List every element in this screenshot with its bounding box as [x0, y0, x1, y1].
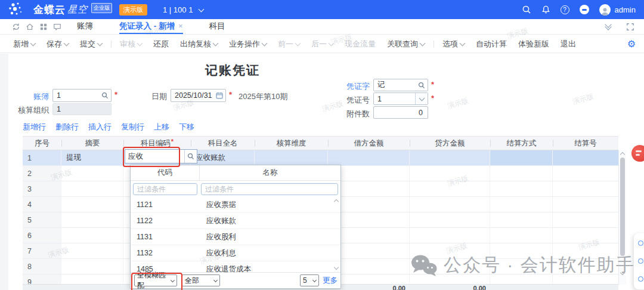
page-size-select[interactable]: 5	[300, 274, 319, 286]
toolbar-business-ops-button[interactable]: 业务操作	[229, 39, 267, 50]
toolbar-audit-button[interactable]: 审核	[120, 39, 142, 50]
toolbar-auto-calc-button[interactable]: 自动计算	[476, 39, 507, 50]
row-settle-no-cell[interactable]	[553, 259, 618, 274]
calendar-icon[interactable]	[213, 90, 225, 101]
account-code-input[interactable]	[125, 152, 184, 161]
row-summary-cell[interactable]	[61, 197, 123, 212]
tab-accounts[interactable]: 科目	[209, 19, 225, 34]
account-book-input[interactable]	[53, 90, 99, 101]
row-settle-no-cell[interactable]	[553, 150, 618, 165]
row-credit-cell[interactable]	[410, 150, 490, 165]
close-icon[interactable]: ×	[178, 21, 183, 30]
row-settle-method-cell[interactable]	[490, 197, 553, 212]
toolbar-cashflow-button[interactable]: 现金流量	[345, 39, 376, 50]
move-up-link[interactable]: 上移	[154, 122, 169, 132]
row-summary-cell[interactable]	[61, 181, 123, 196]
row-credit-cell[interactable]	[410, 274, 490, 285]
insert-row-link[interactable]: 插入行	[88, 122, 112, 132]
toolbar-try-new-version-button[interactable]: 体验新版	[518, 39, 549, 50]
avatar[interactable]	[599, 4, 611, 16]
row-summary-cell[interactable]	[61, 259, 123, 274]
row-settle-method-cell[interactable]	[490, 259, 553, 274]
row-settle-method-cell[interactable]	[490, 243, 553, 258]
account-code-editor[interactable]	[125, 149, 197, 163]
row-settle-no-cell[interactable]	[553, 181, 618, 196]
match-mode-select[interactable]: 全模糊匹配	[134, 274, 177, 286]
floating-badge[interactable]	[631, 145, 644, 162]
attachments-field[interactable]	[373, 106, 428, 119]
row-settle-no-cell[interactable]	[553, 243, 618, 258]
scroll-down-icon[interactable]	[620, 270, 625, 275]
row-summary-cell[interactable]	[61, 212, 123, 227]
row-settle-method-cell[interactable]	[490, 228, 553, 243]
row-credit-cell[interactable]	[410, 181, 490, 196]
sync-icon[interactable]	[12, 23, 20, 31]
voucher-word-field[interactable]	[373, 79, 428, 91]
more-link[interactable]: 更多	[323, 276, 338, 286]
voucher-no-field[interactable]	[373, 92, 428, 105]
toolbar-restore-button[interactable]: 还原	[153, 39, 169, 50]
message-icon[interactable]	[53, 23, 61, 31]
toolbar-save-button[interactable]: 保存	[47, 39, 69, 50]
row-seq-cell[interactable]: 8	[23, 259, 61, 274]
collapse-double-chevron-icon[interactable]	[606, 24, 611, 29]
dropdown-option[interactable]: 1121 应收票据	[131, 197, 340, 213]
fullscreen-icon[interactable]	[626, 23, 634, 31]
row-summary-cell[interactable]	[61, 228, 123, 243]
toolbar-new-button[interactable]: 新增	[13, 39, 35, 50]
row-settle-method-cell[interactable]	[490, 181, 553, 196]
row-settle-no-cell[interactable]	[553, 274, 618, 285]
code-filter-input[interactable]	[133, 183, 197, 195]
table-row[interactable]: 1 提现 应收账款	[23, 150, 618, 166]
scope-select[interactable]: 全部	[182, 274, 220, 286]
row-summary-cell[interactable]	[61, 243, 123, 258]
row-seq-cell[interactable]: 4	[23, 197, 61, 212]
scroll-up-icon[interactable]	[620, 152, 625, 157]
row-seq-cell[interactable]: 2	[23, 166, 61, 181]
row-settle-method-cell[interactable]	[490, 166, 553, 181]
floating-side-panel[interactable]	[634, 233, 644, 289]
row-credit-cell[interactable]	[410, 212, 490, 227]
toolbar-submit-button[interactable]: 提交	[80, 39, 102, 50]
vertical-scrollbar[interactable]	[618, 150, 626, 285]
row-debit-cell[interactable]	[328, 150, 410, 165]
row-settle-method-cell[interactable]	[490, 150, 553, 165]
account-book-label[interactable]: 账簿	[5, 91, 49, 102]
toolbar-exit-button[interactable]: 退出	[561, 39, 576, 50]
row-dimension-cell[interactable]	[255, 150, 328, 165]
tab-voucher-entry-new[interactable]: 凭证录入 - 新增 ×	[119, 19, 183, 34]
row-settle-no-cell[interactable]	[553, 228, 618, 243]
dropdown-option[interactable]: 1132 应收利息	[131, 245, 340, 261]
row-seq-cell[interactable]: 9	[23, 274, 61, 285]
delete-row-link[interactable]: 删除行	[55, 122, 79, 132]
lookup-search-icon[interactable]	[184, 150, 197, 163]
account-book-field[interactable]	[52, 89, 112, 102]
voucher-word-label[interactable]: 凭证字	[332, 81, 370, 92]
row-credit-cell[interactable]	[410, 228, 490, 243]
date-field[interactable]	[171, 89, 226, 102]
row-credit-cell[interactable]	[410, 166, 490, 181]
row-settle-no-cell[interactable]	[553, 212, 618, 227]
date-input[interactable]	[171, 90, 213, 101]
row-seq-cell[interactable]: 3	[23, 181, 61, 196]
toolbar-cashier-review-button[interactable]: 出纳复核	[180, 39, 218, 50]
dropdown-option[interactable]: 1122 应收账款	[131, 213, 340, 229]
tab-account-books[interactable]: 账簿	[77, 19, 93, 34]
row-seq-cell[interactable]: 5	[23, 212, 61, 227]
toolbar-previous-button[interactable]: 前一	[278, 39, 300, 50]
voucher-no-input[interactable]	[374, 93, 415, 104]
toolbar-next-button[interactable]: 后一	[311, 39, 333, 50]
row-seq-cell[interactable]: 6	[23, 228, 61, 243]
notifications-icon[interactable]	[541, 5, 550, 14]
toolbar-options-button[interactable]: 选项	[442, 39, 465, 50]
row-credit-cell[interactable]	[410, 197, 490, 212]
row-settle-method-cell[interactable]	[490, 212, 553, 227]
copy-row-link[interactable]: 复制行	[121, 122, 144, 132]
row-summary-cell[interactable]: 提现	[61, 150, 123, 165]
do-not-disturb-icon[interactable]	[580, 5, 589, 14]
toolbar-related-query-button[interactable]: 关联查询	[387, 39, 425, 50]
chevron-down-icon[interactable]	[415, 93, 428, 104]
row-account-fullname-cell[interactable]: 应收账款	[191, 150, 255, 165]
row-seq-cell[interactable]: 7	[23, 243, 61, 258]
attachments-input[interactable]	[374, 107, 428, 118]
